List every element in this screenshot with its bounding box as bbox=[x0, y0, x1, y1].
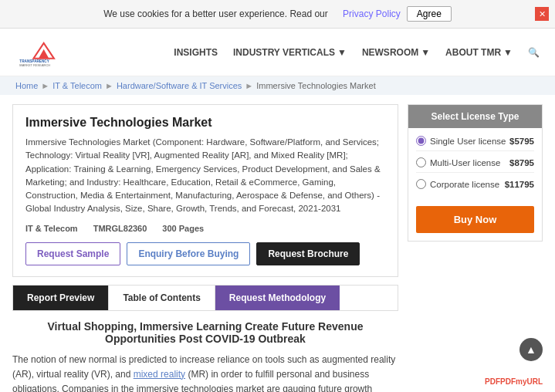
license-corporate-label[interactable]: Corporate license bbox=[416, 179, 499, 189]
report-actions: Request Sample Enquiry Before Buying Req… bbox=[25, 242, 385, 265]
license-option-multi: Multi-User license $8795 bbox=[416, 157, 534, 173]
buy-now-button[interactable]: Buy Now bbox=[416, 206, 534, 233]
svg-text:MARKET RESEARCH: MARKET RESEARCH bbox=[19, 64, 50, 68]
report-card: Immersive Technologies Market Immersive … bbox=[12, 104, 398, 277]
license-multi-label[interactable]: Multi-User license bbox=[416, 157, 500, 167]
svg-marker-2 bbox=[39, 49, 49, 59]
logo-area: TRANSPARENCY MARKET RESEARCH bbox=[15, 35, 77, 69]
left-panel: Immersive Technologies Market Immersive … bbox=[12, 104, 398, 392]
chevron-down-icon: ▼ bbox=[503, 47, 513, 58]
nav-industry-verticals[interactable]: INDUSTRY VERTICALS ▼ bbox=[233, 47, 347, 58]
pdf-brand: PDFPDFmyURL bbox=[485, 377, 543, 386]
cookie-close-button[interactable]: ✕ bbox=[535, 7, 549, 21]
enquiry-button[interactable]: Enquiry Before Buying bbox=[127, 242, 250, 265]
nav-about-tmr[interactable]: ABOUT TMR ▼ bbox=[445, 47, 513, 58]
svg-text:TRANSPARENCY: TRANSPARENCY bbox=[19, 59, 49, 63]
license-option-corporate: Corporate license $11795 bbox=[416, 179, 534, 194]
license-single-price: $5795 bbox=[509, 137, 534, 146]
tab-request-methodology[interactable]: Request Methodology bbox=[215, 286, 340, 310]
breadcrumb-it-telecom[interactable]: IT & Telecom bbox=[52, 81, 102, 90]
breadcrumb-sep-2: ► bbox=[105, 81, 113, 90]
article-title: Virtual Shopping, Immersive Learning Cre… bbox=[12, 320, 398, 345]
license-title: Select License Type bbox=[408, 105, 542, 128]
breadcrumb-sep-1: ► bbox=[41, 81, 49, 90]
nav-insights[interactable]: INSIGHTS bbox=[174, 47, 218, 58]
license-box: Select License Type Single User license … bbox=[408, 104, 543, 242]
tab-report-preview[interactable]: Report Preview bbox=[13, 286, 109, 310]
brochure-button[interactable]: Request Brochure bbox=[256, 242, 360, 265]
license-option-single: Single User license $5795 bbox=[416, 136, 534, 151]
report-description: Immersive Technologies Market (Component… bbox=[25, 136, 385, 216]
privacy-policy-link[interactable]: Privacy Policy bbox=[343, 8, 401, 19]
logo-icon: TRANSPARENCY MARKET RESEARCH bbox=[15, 35, 77, 69]
cookie-message: We use cookies for a better user experie… bbox=[103, 8, 328, 19]
chevron-down-icon: ▼ bbox=[337, 47, 347, 58]
nav-newsroom[interactable]: NEWSROOM ▼ bbox=[362, 47, 430, 58]
report-category: IT & Telecom bbox=[25, 224, 78, 233]
breadcrumb: Home ► IT & Telecom ► Hardware/Software … bbox=[0, 76, 555, 95]
license-multi-price: $8795 bbox=[509, 158, 534, 167]
mixed-reality-link[interactable]: mixed reality bbox=[134, 369, 185, 380]
breadcrumb-home[interactable]: Home bbox=[15, 81, 38, 90]
request-sample-button[interactable]: Request Sample bbox=[25, 242, 120, 265]
license-single-label[interactable]: Single User license bbox=[416, 136, 506, 146]
pdf-brand-label: PDFPDFmyURL bbox=[485, 377, 543, 386]
header: TRANSPARENCY MARKET RESEARCH INSIGHTS IN… bbox=[0, 29, 555, 76]
breadcrumb-sep-3: ► bbox=[245, 81, 253, 90]
report-pages: 300 Pages bbox=[162, 224, 204, 233]
breadcrumb-hardware-software[interactable]: Hardware/Software & IT Services bbox=[117, 81, 242, 90]
cookie-agree-button[interactable]: Agree bbox=[407, 6, 452, 22]
breadcrumb-current: Immersive Technologies Market bbox=[256, 81, 375, 90]
chevron-down-icon: ▼ bbox=[421, 47, 430, 58]
main-content: Immersive Technologies Market Immersive … bbox=[0, 95, 555, 392]
license-corporate-radio[interactable] bbox=[416, 179, 426, 189]
tab-table-of-contents[interactable]: Table of Contents bbox=[109, 286, 215, 310]
search-icon[interactable]: 🔍 bbox=[528, 47, 540, 58]
scroll-to-top-button[interactable]: ▲ bbox=[519, 338, 543, 361]
tabs: Report Preview Table of Contents Request… bbox=[12, 285, 398, 311]
report-meta: IT & Telecom TMRGL82360 300 Pages bbox=[25, 224, 385, 233]
report-code: TMRGL82360 bbox=[93, 224, 147, 233]
license-multi-radio[interactable] bbox=[416, 157, 426, 167]
article-para-1: The notion of new normal is predicted to… bbox=[12, 353, 398, 393]
nav-links: INSIGHTS INDUSTRY VERTICALS ▼ NEWSROOM ▼… bbox=[174, 47, 540, 58]
report-title: Immersive Technologies Market bbox=[25, 116, 385, 130]
license-corporate-price: $11795 bbox=[505, 180, 534, 189]
cookie-banner: We use cookies for a better user experie… bbox=[0, 0, 555, 29]
license-single-radio[interactable] bbox=[416, 136, 426, 146]
